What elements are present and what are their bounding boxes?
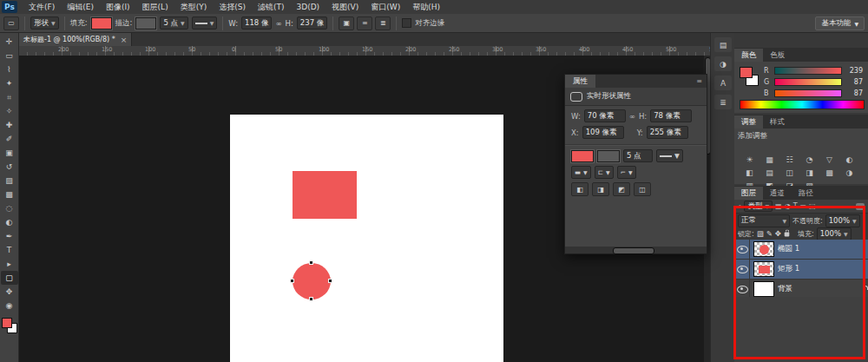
tool-preset-button[interactable]: ▭ xyxy=(3,16,19,30)
tab-channels[interactable]: 通道 xyxy=(763,187,792,200)
adjustment-icon[interactable]: ◫ xyxy=(779,166,799,179)
filter-kind-icon[interactable]: T xyxy=(793,202,798,210)
adjustment-icon[interactable]: ☷ xyxy=(779,153,799,166)
adjustment-icon[interactable]: ◐ xyxy=(839,153,859,166)
slider-track[interactable] xyxy=(774,78,842,86)
zoom-tool[interactable]: ◉ xyxy=(1,299,18,313)
blur-tool[interactable]: ◌ xyxy=(1,201,18,215)
fill-color-swatch[interactable] xyxy=(571,150,594,162)
stroke-cap-select[interactable]: ⊏▼ xyxy=(595,166,614,179)
menu-item[interactable]: 选择(S) xyxy=(213,0,252,14)
dock-panel-icon[interactable]: ▤ xyxy=(714,37,732,52)
visibility-toggle[interactable] xyxy=(736,260,750,279)
menu-item[interactable]: 文件(F) xyxy=(23,0,61,14)
tab-color[interactable]: 颜色 xyxy=(734,49,763,62)
anchor-point-bottom[interactable] xyxy=(309,297,313,301)
foreground-background-swatches[interactable] xyxy=(740,67,759,86)
adjustment-icon[interactable]: ☀ xyxy=(740,153,760,166)
adjustment-icon[interactable]: ▦ xyxy=(760,153,779,166)
menu-item[interactable]: 3D(D) xyxy=(290,0,326,14)
tool-mode-select[interactable]: 形状▼ xyxy=(30,16,59,30)
marquee-tool[interactable]: ▭ xyxy=(1,49,18,63)
stroke-align-select[interactable]: ▬▼ xyxy=(571,166,591,179)
filter-toggle[interactable] xyxy=(856,203,865,210)
shape-y-field[interactable]: 255 像素 xyxy=(647,126,688,139)
menu-item[interactable]: 滤镜(T) xyxy=(252,0,291,14)
panel-scrollbar[interactable] xyxy=(565,247,707,253)
stroke-corner-select[interactable]: ⌐▼ xyxy=(617,166,636,179)
adjustment-icon[interactable]: ▤ xyxy=(760,166,779,179)
dodge-tool[interactable]: ◐ xyxy=(1,215,18,229)
adjustment-icon[interactable]: ▩ xyxy=(819,166,839,179)
ellipse-shape[interactable] xyxy=(293,263,331,299)
menu-item[interactable]: 窗口(W) xyxy=(365,0,406,14)
clone-stamp-tool[interactable]: ▣ xyxy=(1,146,18,160)
move-tool[interactable]: ✛ xyxy=(1,35,18,49)
eyedropper-tool[interactable]: ✧ xyxy=(1,104,18,118)
tab-paths[interactable]: 路径 xyxy=(792,187,820,200)
path-operation-button[interactable]: ◩ xyxy=(613,182,630,196)
layer-thumbnail[interactable] xyxy=(753,281,774,297)
adjustment-icon[interactable]: ◔ xyxy=(799,153,819,166)
stroke-width-field[interactable]: 5 点 xyxy=(623,149,653,162)
filter-type-select[interactable]: 类型▼ xyxy=(744,201,773,212)
eraser-tool[interactable]: ▨ xyxy=(1,174,18,188)
tab-styles[interactable]: 样式 xyxy=(763,115,792,128)
gradient-tool[interactable]: ▩ xyxy=(1,188,18,201)
menu-item[interactable]: 图像(I) xyxy=(100,0,136,14)
tab-adjustments[interactable]: 调整 xyxy=(734,115,763,128)
blend-mode-select[interactable]: 正常▼ xyxy=(738,214,790,227)
type-tool[interactable]: T xyxy=(1,243,18,257)
stroke-style-select[interactable]: ▼ xyxy=(192,16,218,30)
lock-option-icon[interactable]: ✎ xyxy=(766,229,773,238)
path-selection-tool[interactable]: ▸ xyxy=(1,257,18,271)
menu-item[interactable]: 图层(L) xyxy=(136,0,174,14)
layer-fill-field[interactable]: 100%▼ xyxy=(817,227,852,240)
visibility-toggle[interactable] xyxy=(736,280,750,299)
menu-item[interactable]: 编辑(E) xyxy=(61,0,100,14)
layer-row[interactable]: 椭圆 1 xyxy=(734,240,868,260)
link-dimensions-icon[interactable]: ∞ xyxy=(275,19,281,28)
slider-track[interactable] xyxy=(774,89,842,97)
artboard[interactable] xyxy=(230,115,503,362)
filter-kind-icon[interactable]: ▭ xyxy=(800,202,807,210)
stroke-color-swatch[interactable] xyxy=(135,17,156,30)
lasso-tool[interactable]: ⌇ xyxy=(1,63,18,76)
visibility-toggle[interactable] xyxy=(736,240,750,259)
tab-layers[interactable]: 图层 xyxy=(734,187,763,200)
pen-tool[interactable]: ✒ xyxy=(1,229,18,243)
shape-tool[interactable]: ▢ xyxy=(1,271,18,285)
lock-option-icon[interactable]: ▨ xyxy=(757,229,764,238)
layer-thumbnail[interactable] xyxy=(753,241,774,257)
foreground-color-swatch[interactable] xyxy=(2,318,12,328)
filter-kind-icon[interactable]: ◑ xyxy=(785,202,791,210)
rectangle-shape[interactable] xyxy=(293,171,357,219)
filter-kind-icon[interactable]: ⬚ xyxy=(809,202,816,210)
shape-height-field[interactable]: 78 像素 xyxy=(650,109,692,122)
filter-kind-icon[interactable]: ▦ xyxy=(775,202,782,210)
menu-item[interactable]: 类型(Y) xyxy=(174,0,214,14)
adjustment-icon[interactable]: ◧ xyxy=(740,166,760,179)
foreground-color-swatch[interactable] xyxy=(740,67,753,78)
dock-panel-icon[interactable]: A xyxy=(714,76,732,90)
anchor-point-top[interactable] xyxy=(309,260,313,265)
shape-width-field[interactable]: 70 像素 xyxy=(584,109,626,122)
anchor-point-left[interactable] xyxy=(290,279,294,283)
opacity-field[interactable]: 100%▼ xyxy=(825,214,860,227)
fill-color-swatch[interactable] xyxy=(91,17,112,30)
close-tab-icon[interactable]: × xyxy=(121,36,128,44)
color-spectrum-ramp[interactable] xyxy=(740,100,865,109)
adjustment-icon[interactable]: ◨ xyxy=(799,166,819,179)
link-dimensions-icon[interactable]: ∞ xyxy=(629,112,635,121)
slider-track[interactable] xyxy=(774,67,842,75)
anchor-point-right[interactable] xyxy=(328,279,332,283)
shape-x-field[interactable]: 109 像素 xyxy=(582,126,624,139)
history-brush-tool[interactable]: ↺ xyxy=(1,160,18,174)
align-edges-checkbox[interactable] xyxy=(402,18,411,28)
filter-search-icon[interactable]: ⌕ xyxy=(738,202,741,211)
stroke-style-select[interactable]: ▼ xyxy=(656,149,683,162)
document-tab[interactable]: 未标题-1 @ 100%(RGB/8) * × xyxy=(19,33,132,46)
tab-properties[interactable]: 属性 xyxy=(565,75,595,88)
quick-selection-tool[interactable]: ✦ xyxy=(1,76,18,90)
workspace-switcher-button[interactable]: 基本功能 ▼ xyxy=(815,16,865,30)
